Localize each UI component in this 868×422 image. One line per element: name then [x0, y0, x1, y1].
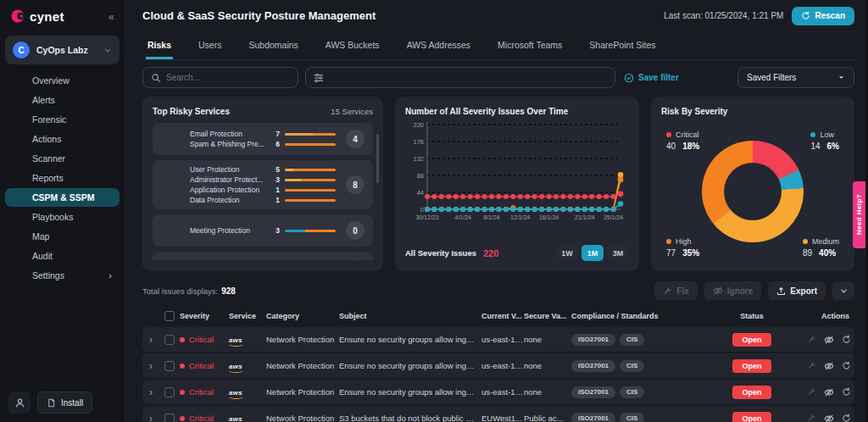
status-badge: Open	[732, 333, 771, 347]
protection-label: User Protection	[190, 165, 264, 174]
search-input[interactable]	[166, 73, 290, 82]
wrench-icon[interactable]	[807, 387, 816, 397]
account-button[interactable]	[8, 391, 31, 414]
column-header-current-v[interactable]: Current V...	[481, 312, 524, 320]
wrench-icon[interactable]	[807, 335, 816, 344]
eye-slash-icon[interactable]	[824, 335, 834, 345]
compliance-badge: ISO27001	[571, 360, 615, 372]
severity-label: Critical	[189, 387, 214, 397]
range-button-3m[interactable]: 3M	[607, 245, 629, 261]
expand-row-icon[interactable]: ›	[142, 386, 159, 398]
eye-slash-icon[interactable]	[824, 361, 834, 371]
secure-value-cell: none	[524, 335, 571, 344]
card-title: Risk By Severity	[661, 107, 727, 116]
tab-aws-buckets[interactable]: AWS Buckets	[324, 32, 381, 59]
fix-button[interactable]: Fix	[654, 281, 697, 300]
protection-count: 5	[270, 165, 280, 174]
tab-risks[interactable]: Risks	[146, 32, 173, 59]
rescan-button[interactable]: Rescan	[792, 7, 854, 25]
protection-bar	[285, 189, 336, 192]
sidebar-item-label: Scanner	[32, 153, 112, 164]
eye-slash-icon[interactable]	[824, 387, 834, 397]
tab-users[interactable]: Users	[197, 32, 223, 59]
row-checkbox[interactable]	[164, 335, 175, 345]
column-header-category[interactable]: Category	[266, 312, 339, 320]
service-badge: 8	[346, 175, 364, 194]
range-button-1m[interactable]: 1M	[581, 245, 604, 261]
severity-label: Critical	[189, 414, 214, 422]
column-header-status[interactable]: Status	[709, 312, 795, 320]
column-header-actions[interactable]: Actions	[795, 312, 854, 320]
svg-text:16/1/24: 16/1/24	[539, 214, 559, 220]
sidebar-item-settings[interactable]: Settings ›	[5, 266, 120, 285]
install-button[interactable]: Install	[37, 391, 92, 414]
cynet-logo: cynet	[10, 8, 108, 24]
collapse-sidebar-icon[interactable]: «	[108, 10, 114, 23]
table-header: SeverityServiceCategorySubjectCurrent V.…	[142, 307, 854, 325]
services-scrollbar[interactable]	[376, 134, 379, 183]
sidebar-item-cspm-sspm[interactable]: CSPM & SSPM	[5, 188, 120, 207]
refresh-icon[interactable]	[842, 361, 851, 370]
tab-aws-addresses[interactable]: AWS Addresses	[405, 32, 472, 59]
column-header-subject[interactable]: Subject	[339, 312, 481, 320]
subject-cell: S3 buckets that do not block public acce…	[339, 414, 481, 422]
column-header-service[interactable]: Service	[229, 312, 266, 320]
all-severity-issues-label: All Severity Issues	[405, 248, 476, 258]
sidebar-item-forensic[interactable]: Forensic	[5, 110, 120, 129]
service-item[interactable]: Email Protection 7 Spam & Phishing Pre..…	[153, 123, 373, 155]
sidebar-item-label: Playbooks	[32, 212, 112, 222]
service-item[interactable]	[153, 252, 373, 260]
column-header-secure-va[interactable]: Secure Va...	[524, 312, 571, 320]
svg-text:0: 0	[420, 206, 424, 214]
expand-row-icon[interactable]: ›	[142, 360, 159, 372]
chevron-down-icon	[837, 74, 845, 81]
sidebar-item-scanner[interactable]: Scanner	[5, 149, 120, 168]
secure-value-cell: none	[524, 387, 571, 397]
refresh-icon[interactable]	[842, 387, 851, 397]
compliance-badge: ISO27001	[571, 334, 615, 346]
column-header-severity[interactable]: Severity	[180, 312, 229, 320]
more-actions-button[interactable]	[832, 281, 854, 300]
row-checkbox[interactable]	[164, 361, 175, 371]
expand-row-icon[interactable]: ›	[142, 413, 159, 422]
select-all-checkbox[interactable]	[164, 311, 175, 321]
legend-critical: Critical 4018%	[666, 130, 699, 151]
sidebar-item-overview[interactable]: Overview	[5, 71, 120, 90]
org-selector[interactable]: C CyOps Labz	[5, 36, 120, 64]
sidebar-item-audit[interactable]: Audit	[5, 247, 120, 265]
sliders-icon[interactable]	[314, 73, 324, 83]
export-button[interactable]: Export	[768, 281, 826, 300]
saved-filters-dropdown[interactable]: Saved Filters	[737, 67, 854, 88]
install-file-icon	[47, 398, 56, 408]
eye-slash-icon[interactable]	[824, 414, 834, 422]
sidebar-item-reports[interactable]: Reports	[5, 169, 120, 187]
tab-microsoft-teams[interactable]: Microsoft Teams	[496, 32, 564, 59]
service-item[interactable]: User Protection 5 Administrator Protect.…	[153, 160, 373, 209]
top-risky-services-card: Top Risky Services 15 Services Email Pro…	[142, 97, 383, 271]
sidebar-item-map[interactable]: Map	[5, 227, 120, 246]
range-button-1w[interactable]: 1W	[556, 245, 578, 261]
wrench-icon[interactable]	[807, 361, 816, 370]
sidebar-item-alerts[interactable]: Alerts	[5, 91, 120, 109]
sidebar-item-actions[interactable]: Actions	[5, 130, 120, 148]
sidebar-item-playbooks[interactable]: Playbooks	[5, 208, 120, 226]
column-header-compliance-standards[interactable]: Compliance / Standards	[571, 312, 709, 320]
row-checkbox[interactable]	[164, 387, 175, 397]
last-scan-text: Last scan: 01/25/2024, 1:21 PM	[664, 11, 783, 20]
ignore-button[interactable]: Ignore	[704, 281, 762, 300]
compliance-cell: ISO27001CIS	[571, 334, 709, 346]
page-title: Cloud & SaaS Security Posture Management	[142, 9, 664, 22]
service-item[interactable]: Meeting Protection 3 0	[153, 214, 373, 247]
refresh-icon[interactable]	[842, 414, 851, 422]
row-checkbox[interactable]	[164, 414, 175, 422]
legend-label: High	[676, 237, 692, 246]
save-filter-link[interactable]: Save filter	[624, 73, 679, 83]
office-icon	[161, 128, 183, 150]
tab-sharepoint-sites[interactable]: SharePoint Sites	[587, 32, 657, 59]
need-help-tab[interactable]: Need Help?	[853, 181, 865, 248]
tab-subdomains[interactable]: Subdomains	[247, 32, 299, 59]
expand-row-icon[interactable]: ›	[142, 334, 159, 346]
refresh-icon[interactable]	[842, 335, 851, 344]
filter-input[interactable]	[329, 73, 607, 82]
wrench-icon[interactable]	[807, 414, 816, 422]
